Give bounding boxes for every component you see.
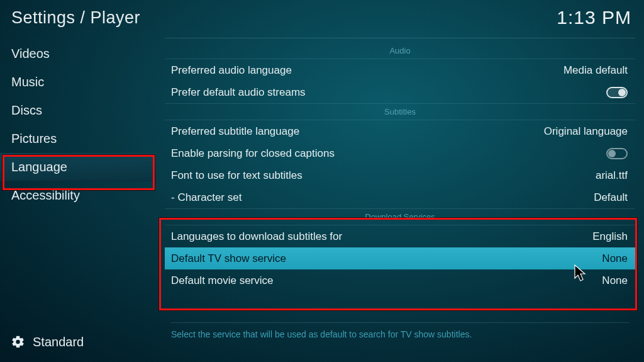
settings-level-label: Standard — [33, 335, 84, 349]
setting-value: Media default — [564, 64, 628, 77]
sidebar-item-music[interactable]: Music — [0, 68, 156, 96]
setting-value: Default — [594, 191, 628, 204]
setting-subtitle-font[interactable]: Font to use for text subtitles arial.ttf — [165, 164, 635, 186]
setting-value: English — [592, 230, 628, 243]
setting-label: Languages to download subtitles for — [171, 230, 342, 243]
sidebar-item-label: Discs — [11, 103, 42, 118]
setting-subtitle-download-languages[interactable]: Languages to download subtitles for Engl… — [165, 225, 635, 247]
setting-default-tv-show-service[interactable]: Default TV show service None — [165, 247, 635, 269]
clock: 1:13 PM — [557, 7, 631, 28]
header-divider — [165, 38, 635, 38]
sidebar-item-pictures[interactable]: Pictures — [0, 125, 156, 153]
section-header-audio: Audio — [165, 43, 635, 59]
setting-default-movie-service[interactable]: Default movie service None — [165, 269, 635, 291]
setting-label: Font to use for text subtitles — [171, 169, 303, 182]
setting-label: - Character set — [171, 191, 242, 204]
sidebar-item-label: Music — [11, 75, 44, 89]
setting-value: Original language — [544, 125, 628, 138]
gear-icon — [11, 335, 25, 349]
section-header-download-services: Download Services — [165, 209, 635, 225]
section-title: Audio — [389, 46, 410, 55]
setting-label: Default movie service — [171, 274, 274, 287]
sidebar-item-label: Pictures — [11, 132, 57, 146]
setting-subtitle-charset[interactable]: - Character set Default — [165, 186, 635, 208]
setting-description: Select the service that will be used as … — [171, 322, 629, 339]
setting-label: Preferred subtitle language — [171, 125, 299, 138]
setting-label: Preferred audio language — [171, 64, 292, 77]
settings-panel: Audio Preferred audio language Media def… — [165, 40, 635, 362]
section-title: Download Services — [365, 212, 435, 222]
sidebar-item-label: Videos — [11, 47, 50, 61]
header: Settings / Player 1:13 PM — [0, 0, 644, 35]
sidebar: Videos Music Discs Pictures Language Acc… — [0, 40, 156, 362]
settings-level[interactable]: Standard — [0, 329, 84, 354]
section-title: Subtitles — [384, 107, 416, 116]
sidebar-item-videos[interactable]: Videos — [0, 40, 156, 68]
setting-label: Enable parsing for closed captions — [171, 147, 335, 160]
setting-prefer-default-audio-streams[interactable]: Prefer default audio streams — [165, 81, 635, 103]
setting-value: None — [602, 274, 628, 287]
setting-value: arial.ttf — [596, 169, 628, 182]
section-header-subtitles: Subtitles — [165, 104, 635, 120]
breadcrumb: Settings / Player — [11, 8, 140, 28]
sidebar-item-language[interactable]: Language — [0, 153, 156, 181]
description-text: Select the service that will be used as … — [171, 329, 472, 339]
sidebar-item-label: Accessibility — [11, 188, 80, 203]
toggle-on-icon[interactable] — [606, 87, 628, 98]
setting-enable-closed-captions[interactable]: Enable parsing for closed captions — [165, 142, 635, 164]
sidebar-item-accessibility[interactable]: Accessibility — [0, 181, 156, 210]
setting-preferred-audio-language[interactable]: Preferred audio language Media default — [165, 59, 635, 81]
setting-label: Prefer default audio streams — [171, 86, 306, 99]
setting-label: Default TV show service — [171, 252, 286, 265]
setting-preferred-subtitle-language[interactable]: Preferred subtitle language Original lan… — [165, 120, 635, 142]
toggle-off-icon[interactable] — [606, 148, 628, 159]
setting-value: None — [602, 252, 628, 265]
sidebar-item-label: Language — [11, 160, 67, 174]
sidebar-item-discs[interactable]: Discs — [0, 96, 156, 125]
